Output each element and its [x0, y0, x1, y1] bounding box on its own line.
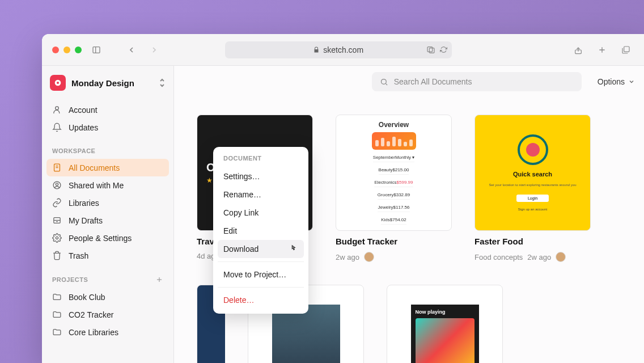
svg-rect-3	[429, 48, 434, 53]
browser-window: sketch.com Monday Design	[42, 34, 644, 363]
browser-chrome: sketch.com	[42, 34, 644, 66]
document-meta: 2w ago	[336, 252, 452, 262]
sidebar-item-shared[interactable]: Shared with Me	[46, 176, 169, 194]
document-meta: Food concepts 2w ago	[474, 252, 591, 262]
ctx-settings[interactable]: Settings…	[218, 167, 304, 185]
folder-icon	[52, 310, 62, 319]
sidebar-item-trash[interactable]: Trash	[46, 247, 169, 264]
sidebar-section-projects: PROJECTS	[46, 264, 169, 288]
sidebar-item-label: Account	[69, 105, 98, 115]
sidebar-project-co2-tracker[interactable]: CO2 Tracker	[46, 306, 169, 323]
separator	[218, 287, 304, 288]
sidebar-item-people-settings[interactable]: People & Settings	[46, 229, 169, 247]
workspace-logo	[50, 75, 66, 91]
svg-rect-0	[93, 47, 100, 53]
close-window-button[interactable]	[52, 47, 59, 53]
url-host: sketch.com	[323, 45, 363, 54]
document-card[interactable]: Quick search Set your location to start …	[474, 115, 591, 262]
svg-point-22	[381, 79, 386, 84]
user-icon	[52, 105, 62, 115]
search-placeholder: Search All Documents	[394, 77, 472, 86]
sidebar-item-label: All Documents	[69, 163, 120, 172]
lock-icon	[313, 47, 320, 53]
sidebar-project-book-club[interactable]: Book Club	[46, 288, 169, 306]
search-input[interactable]: Search All Documents	[372, 72, 582, 91]
sidebar: Monday Design Account Updates WORKSPACE …	[42, 66, 174, 363]
document-thumbnail: Overview SeptemberMonthly ▾ Beauty$215.0…	[336, 115, 452, 231]
svg-point-9	[57, 82, 59, 84]
ctx-delete[interactable]: Delete…	[218, 291, 304, 309]
drawer-icon	[52, 216, 62, 225]
folder-icon	[52, 327, 62, 337]
document-title: Faster Food	[474, 237, 591, 246]
ctx-download[interactable]: Download	[218, 240, 304, 258]
gear-icon	[52, 233, 62, 243]
bell-icon	[52, 123, 62, 132]
new-tab-button[interactable]	[594, 42, 610, 58]
share-button[interactable]	[570, 42, 586, 58]
forward-button[interactable]	[146, 42, 162, 58]
search-icon	[380, 78, 388, 86]
svg-rect-2	[427, 47, 433, 52]
sidebar-item-label: Shared with Me	[69, 181, 124, 190]
ctx-rename[interactable]: Rename…	[218, 185, 304, 204]
maximize-window-button[interactable]	[75, 47, 82, 53]
back-button[interactable]	[124, 42, 139, 58]
document-card[interactable]: Overview SeptemberMonthly ▾ Beauty$215.0…	[336, 115, 452, 262]
context-menu: DOCUMENT Settings… Rename… Copy Link Edi…	[213, 147, 308, 314]
sidebar-item-drafts[interactable]: My Drafts	[46, 212, 169, 229]
sidebar-project-core-libraries[interactable]: Core Libraries	[46, 323, 169, 341]
traffic-lights	[52, 47, 82, 53]
documents-icon	[52, 163, 62, 172]
sidebar-item-all-documents[interactable]: All Documents	[46, 159, 169, 176]
person-circle-icon	[52, 180, 62, 190]
document-card[interactable]: Now playing ━━━━━━━━	[387, 285, 503, 363]
sidebar-item-label: Updates	[69, 123, 98, 132]
chevron-down-icon	[628, 78, 635, 85]
sidebar-item-label: Core Libraries	[69, 328, 118, 337]
refresh-icon[interactable]	[440, 46, 447, 53]
trash-icon	[52, 251, 62, 260]
ctx-copy-link[interactable]: Copy Link	[218, 204, 304, 222]
sidebar-item-label: Trash	[69, 251, 88, 260]
tabs-button[interactable]	[618, 42, 634, 58]
svg-rect-7	[624, 47, 629, 52]
svg-line-23	[385, 83, 387, 85]
document-thumbnail: Now playing ━━━━━━━━	[387, 285, 503, 363]
sidebar-item-label: Book Club	[69, 293, 105, 302]
svg-point-19	[56, 237, 58, 239]
chevrons-icon	[159, 78, 166, 87]
separator	[218, 261, 304, 262]
svg-point-10	[56, 107, 59, 110]
link-icon	[52, 198, 62, 208]
sidebar-item-updates[interactable]: Updates	[46, 119, 169, 136]
avatar	[364, 252, 374, 262]
document-thumbnail: Quick search Set your location to start …	[474, 115, 591, 231]
sidebar-item-label: People & Settings	[69, 234, 132, 243]
svg-point-15	[56, 183, 58, 185]
sidebar-item-label: CO2 Tracker	[69, 310, 113, 319]
document-title: Budget Tracker	[336, 237, 452, 246]
add-project-icon[interactable]	[155, 276, 163, 284]
workspace-switcher[interactable]: Monday Design	[46, 74, 169, 101]
address-bar[interactable]: sketch.com	[225, 41, 452, 58]
folder-icon	[52, 292, 62, 302]
ctx-move-to-project[interactable]: Move to Project…	[218, 265, 304, 284]
sidebar-item-label: Libraries	[69, 199, 99, 208]
options-dropdown[interactable]: Options	[598, 77, 635, 86]
sidebar-item-account[interactable]: Account	[46, 101, 169, 119]
avatar	[556, 252, 566, 262]
sidebar-item-label: My Drafts	[69, 216, 103, 225]
sidebar-item-libraries[interactable]: Libraries	[46, 194, 169, 212]
minimize-window-button[interactable]	[63, 47, 70, 53]
ctx-edit[interactable]: Edit	[218, 222, 304, 240]
toolbar: Search All Documents Options	[174, 66, 644, 98]
options-label: Options	[598, 77, 625, 86]
sidebar-section-workspace: WORKSPACE	[46, 136, 169, 159]
translate-icon[interactable]	[426, 45, 435, 54]
cursor-icon	[289, 244, 298, 254]
context-menu-header: DOCUMENT	[218, 151, 304, 167]
sidebar-toggle-button[interactable]	[88, 42, 104, 58]
workspace-name: Monday Design	[71, 78, 153, 88]
